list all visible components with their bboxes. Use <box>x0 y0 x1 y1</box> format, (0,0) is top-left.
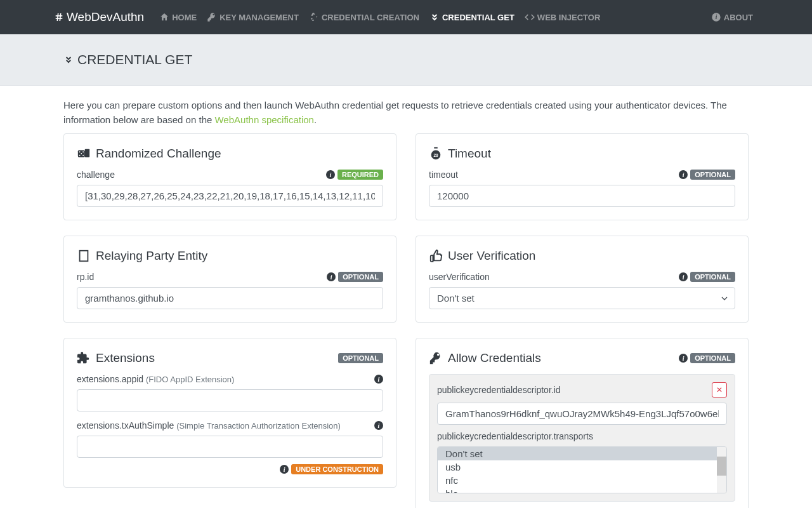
challenge-input[interactable] <box>77 185 383 207</box>
card-allow-credentials: Allow Credentials i OPTIONAL publickeycr… <box>416 338 749 508</box>
nav-key-management[interactable]: KEY MANAGEMENT <box>202 7 304 27</box>
appid-label: extensions.appid (FIDO AppID Extension) <box>77 374 234 384</box>
txauth-label: extensions.txAuthSimple (Simple Transact… <box>77 420 341 431</box>
code-icon <box>525 12 535 22</box>
nav-credential-get[interactable]: CREDENTIAL GET <box>424 7 520 27</box>
info-icon[interactable]: i <box>679 170 688 179</box>
transport-option[interactable]: ble <box>438 487 726 493</box>
svg-point-7 <box>79 151 81 152</box>
building-icon <box>77 249 91 263</box>
transport-option[interactable]: Don't set <box>438 447 726 460</box>
optional-badge: OPTIONAL <box>338 353 383 363</box>
svg-point-9 <box>81 153 82 154</box>
transports-label: publickeycredentialdescriptor.transports <box>437 431 593 441</box>
info-icon[interactable]: i <box>327 272 336 281</box>
svg-point-11 <box>82 155 84 156</box>
optional-badge: OPTIONAL <box>690 353 735 363</box>
nav-links: HOME KEY MANAGEMENT CREDENTIAL CREATION … <box>154 7 706 27</box>
page-title: CREDENTIAL GET <box>63 52 749 67</box>
svg-text:i: i <box>715 14 717 20</box>
key-icon <box>429 351 443 365</box>
transport-option[interactable]: nfc <box>438 474 726 487</box>
recycle-icon <box>309 12 319 22</box>
credential-descriptor: publickeycredentialdescriptor.id ✕ publi… <box>429 374 735 502</box>
remove-credential-button[interactable]: ✕ <box>712 382 727 398</box>
svg-text:20: 20 <box>433 153 438 157</box>
top-navbar: WebDevAuthn HOME KEY MANAGEMENT CREDENTI… <box>0 0 812 34</box>
brand-text: WebDevAuthn <box>67 10 144 24</box>
nav-home[interactable]: HOME <box>154 7 202 27</box>
uv-label: userVerification <box>429 272 490 282</box>
puzzle-icon <box>77 351 91 365</box>
svg-point-10 <box>79 155 81 156</box>
svg-point-8 <box>82 151 84 152</box>
brand[interactable]: WebDevAuthn <box>54 10 144 24</box>
scrollbar[interactable] <box>717 447 726 493</box>
transports-select[interactable]: Don't set usb nfc ble <box>437 446 727 493</box>
thumbs-up-icon <box>429 249 443 263</box>
stopwatch-icon: 20 <box>429 147 443 161</box>
info-icon[interactable]: i <box>374 421 383 430</box>
info-icon[interactable]: i <box>374 375 383 384</box>
card-user-verification: User Verification userVerification i OPT… <box>416 236 749 323</box>
txauth-input[interactable] <box>77 436 383 458</box>
nav-web-injector[interactable]: WEB INJECTOR <box>520 7 605 27</box>
svg-line-2 <box>57 13 58 21</box>
optional-badge: OPTIONAL <box>690 272 735 282</box>
card-extensions: Extensions OPTIONAL extensions.appid (FI… <box>63 338 396 488</box>
timeout-input[interactable] <box>429 185 735 207</box>
card-timeout: 20 Timeout timeout i OPTIONAL <box>416 133 749 220</box>
home-icon <box>159 12 169 22</box>
info-icon[interactable]: i <box>326 170 335 179</box>
dice-icon <box>77 147 91 161</box>
nav-credential-creation[interactable]: CREDENTIAL CREATION <box>304 7 424 27</box>
intro-text: Here you can prepare custom options and … <box>63 86 749 133</box>
info-icon[interactable]: i <box>679 272 688 281</box>
hash-icon <box>54 12 64 22</box>
desc-id-input[interactable] <box>437 403 727 425</box>
chevrons-down-icon <box>63 55 74 65</box>
appid-input[interactable] <box>77 389 383 411</box>
rpid-label: rp.id <box>77 272 94 282</box>
key-icon <box>207 12 217 22</box>
uv-select[interactable]: Don't set <box>429 287 735 309</box>
card-challenge: Randomized Challenge challenge i REQUIRE… <box>63 133 396 220</box>
nav-about[interactable]: i ABOUT <box>706 7 758 27</box>
challenge-label: challenge <box>77 170 115 180</box>
under-construction-badge: UNDER CONSTRUCTION <box>291 464 383 474</box>
optional-badge: OPTIONAL <box>690 170 735 180</box>
svg-rect-12 <box>85 149 89 157</box>
optional-badge: OPTIONAL <box>338 272 383 282</box>
transport-option[interactable]: usb <box>438 460 726 474</box>
svg-rect-13 <box>434 147 438 149</box>
card-rp: Relaying Party Entity rp.id i OPTIONAL <box>63 236 396 323</box>
desc-id-label: publickeycredentialdescriptor.id <box>437 385 561 395</box>
info-circle-icon: i <box>711 12 721 22</box>
page-header: CREDENTIAL GET <box>0 34 812 86</box>
svg-line-3 <box>60 13 60 21</box>
required-badge: REQUIRED <box>337 170 383 180</box>
svg-rect-16 <box>80 251 88 262</box>
chevrons-down-icon <box>429 12 440 22</box>
info-icon[interactable]: i <box>679 354 688 363</box>
rpid-input[interactable] <box>77 287 383 309</box>
timeout-label: timeout <box>429 170 458 180</box>
info-icon[interactable]: i <box>280 465 289 474</box>
spec-link[interactable]: WebAuthn specification <box>214 114 313 125</box>
